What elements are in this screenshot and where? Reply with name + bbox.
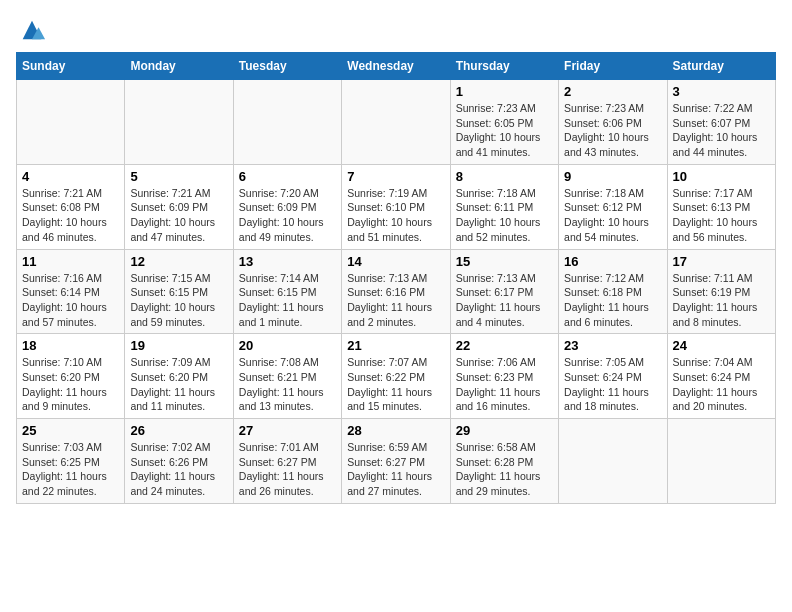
day-info: Sunrise: 7:03 AM Sunset: 6:25 PM Dayligh… <box>22 441 107 497</box>
calendar-cell <box>17 80 125 165</box>
day-header-monday: Monday <box>125 53 233 80</box>
day-header-friday: Friday <box>559 53 667 80</box>
day-number: 20 <box>239 338 336 353</box>
day-number: 10 <box>673 169 770 184</box>
day-number: 18 <box>22 338 119 353</box>
day-info: Sunrise: 7:14 AM Sunset: 6:15 PM Dayligh… <box>239 272 324 328</box>
calendar-cell: 5 Sunrise: 7:21 AM Sunset: 6:09 PM Dayli… <box>125 164 233 249</box>
day-info: Sunrise: 7:10 AM Sunset: 6:20 PM Dayligh… <box>22 356 107 412</box>
day-header-saturday: Saturday <box>667 53 775 80</box>
calendar-cell: 1 Sunrise: 7:23 AM Sunset: 6:05 PM Dayli… <box>450 80 558 165</box>
calendar-week-row: 25 Sunrise: 7:03 AM Sunset: 6:25 PM Dayl… <box>17 419 776 504</box>
calendar-cell: 22 Sunrise: 7:06 AM Sunset: 6:23 PM Dayl… <box>450 334 558 419</box>
calendar-cell: 27 Sunrise: 7:01 AM Sunset: 6:27 PM Dayl… <box>233 419 341 504</box>
day-number: 9 <box>564 169 661 184</box>
day-info: Sunrise: 7:16 AM Sunset: 6:14 PM Dayligh… <box>22 272 107 328</box>
day-info: Sunrise: 7:09 AM Sunset: 6:20 PM Dayligh… <box>130 356 215 412</box>
day-number: 2 <box>564 84 661 99</box>
day-info: Sunrise: 7:05 AM Sunset: 6:24 PM Dayligh… <box>564 356 649 412</box>
day-number: 17 <box>673 254 770 269</box>
day-info: Sunrise: 7:19 AM Sunset: 6:10 PM Dayligh… <box>347 187 432 243</box>
day-header-wednesday: Wednesday <box>342 53 450 80</box>
day-number: 28 <box>347 423 444 438</box>
day-info: Sunrise: 7:13 AM Sunset: 6:17 PM Dayligh… <box>456 272 541 328</box>
calendar-cell: 3 Sunrise: 7:22 AM Sunset: 6:07 PM Dayli… <box>667 80 775 165</box>
calendar-table: SundayMondayTuesdayWednesdayThursdayFrid… <box>16 52 776 504</box>
day-info: Sunrise: 7:13 AM Sunset: 6:16 PM Dayligh… <box>347 272 432 328</box>
day-info: Sunrise: 7:20 AM Sunset: 6:09 PM Dayligh… <box>239 187 324 243</box>
day-number: 1 <box>456 84 553 99</box>
day-number: 3 <box>673 84 770 99</box>
calendar-cell: 2 Sunrise: 7:23 AM Sunset: 6:06 PM Dayli… <box>559 80 667 165</box>
calendar-cell: 25 Sunrise: 7:03 AM Sunset: 6:25 PM Dayl… <box>17 419 125 504</box>
day-info: Sunrise: 7:06 AM Sunset: 6:23 PM Dayligh… <box>456 356 541 412</box>
day-number: 8 <box>456 169 553 184</box>
calendar-week-row: 18 Sunrise: 7:10 AM Sunset: 6:20 PM Dayl… <box>17 334 776 419</box>
day-number: 13 <box>239 254 336 269</box>
calendar-cell <box>667 419 775 504</box>
calendar-cell: 13 Sunrise: 7:14 AM Sunset: 6:15 PM Dayl… <box>233 249 341 334</box>
day-info: Sunrise: 7:02 AM Sunset: 6:26 PM Dayligh… <box>130 441 215 497</box>
logo-icon <box>18 16 46 44</box>
day-info: Sunrise: 7:17 AM Sunset: 6:13 PM Dayligh… <box>673 187 758 243</box>
calendar-cell: 18 Sunrise: 7:10 AM Sunset: 6:20 PM Dayl… <box>17 334 125 419</box>
day-info: Sunrise: 7:18 AM Sunset: 6:12 PM Dayligh… <box>564 187 649 243</box>
day-number: 19 <box>130 338 227 353</box>
day-header-tuesday: Tuesday <box>233 53 341 80</box>
day-info: Sunrise: 7:07 AM Sunset: 6:22 PM Dayligh… <box>347 356 432 412</box>
day-number: 21 <box>347 338 444 353</box>
calendar-cell: 10 Sunrise: 7:17 AM Sunset: 6:13 PM Dayl… <box>667 164 775 249</box>
day-number: 27 <box>239 423 336 438</box>
calendar-cell: 24 Sunrise: 7:04 AM Sunset: 6:24 PM Dayl… <box>667 334 775 419</box>
calendar-cell: 20 Sunrise: 7:08 AM Sunset: 6:21 PM Dayl… <box>233 334 341 419</box>
day-number: 7 <box>347 169 444 184</box>
day-info: Sunrise: 7:21 AM Sunset: 6:09 PM Dayligh… <box>130 187 215 243</box>
day-info: Sunrise: 7:12 AM Sunset: 6:18 PM Dayligh… <box>564 272 649 328</box>
calendar-week-row: 1 Sunrise: 7:23 AM Sunset: 6:05 PM Dayli… <box>17 80 776 165</box>
logo <box>16 16 46 44</box>
calendar-cell: 9 Sunrise: 7:18 AM Sunset: 6:12 PM Dayli… <box>559 164 667 249</box>
day-number: 16 <box>564 254 661 269</box>
day-number: 12 <box>130 254 227 269</box>
calendar-cell: 28 Sunrise: 6:59 AM Sunset: 6:27 PM Dayl… <box>342 419 450 504</box>
day-info: Sunrise: 7:15 AM Sunset: 6:15 PM Dayligh… <box>130 272 215 328</box>
day-info: Sunrise: 7:11 AM Sunset: 6:19 PM Dayligh… <box>673 272 758 328</box>
calendar-cell: 15 Sunrise: 7:13 AM Sunset: 6:17 PM Dayl… <box>450 249 558 334</box>
calendar-cell: 19 Sunrise: 7:09 AM Sunset: 6:20 PM Dayl… <box>125 334 233 419</box>
day-number: 23 <box>564 338 661 353</box>
day-number: 6 <box>239 169 336 184</box>
day-info: Sunrise: 6:58 AM Sunset: 6:28 PM Dayligh… <box>456 441 541 497</box>
calendar-cell <box>125 80 233 165</box>
day-number: 26 <box>130 423 227 438</box>
day-number: 25 <box>22 423 119 438</box>
calendar-cell: 7 Sunrise: 7:19 AM Sunset: 6:10 PM Dayli… <box>342 164 450 249</box>
day-info: Sunrise: 7:23 AM Sunset: 6:06 PM Dayligh… <box>564 102 649 158</box>
calendar-header-row: SundayMondayTuesdayWednesdayThursdayFrid… <box>17 53 776 80</box>
calendar-cell: 29 Sunrise: 6:58 AM Sunset: 6:28 PM Dayl… <box>450 419 558 504</box>
calendar-week-row: 4 Sunrise: 7:21 AM Sunset: 6:08 PM Dayli… <box>17 164 776 249</box>
day-info: Sunrise: 7:21 AM Sunset: 6:08 PM Dayligh… <box>22 187 107 243</box>
calendar-cell: 21 Sunrise: 7:07 AM Sunset: 6:22 PM Dayl… <box>342 334 450 419</box>
calendar-cell: 23 Sunrise: 7:05 AM Sunset: 6:24 PM Dayl… <box>559 334 667 419</box>
day-info: Sunrise: 7:22 AM Sunset: 6:07 PM Dayligh… <box>673 102 758 158</box>
calendar-cell: 16 Sunrise: 7:12 AM Sunset: 6:18 PM Dayl… <box>559 249 667 334</box>
calendar-cell: 11 Sunrise: 7:16 AM Sunset: 6:14 PM Dayl… <box>17 249 125 334</box>
day-info: Sunrise: 7:18 AM Sunset: 6:11 PM Dayligh… <box>456 187 541 243</box>
day-info: Sunrise: 6:59 AM Sunset: 6:27 PM Dayligh… <box>347 441 432 497</box>
calendar-cell: 14 Sunrise: 7:13 AM Sunset: 6:16 PM Dayl… <box>342 249 450 334</box>
day-number: 22 <box>456 338 553 353</box>
day-number: 14 <box>347 254 444 269</box>
day-info: Sunrise: 7:23 AM Sunset: 6:05 PM Dayligh… <box>456 102 541 158</box>
day-number: 11 <box>22 254 119 269</box>
calendar-cell: 4 Sunrise: 7:21 AM Sunset: 6:08 PM Dayli… <box>17 164 125 249</box>
day-number: 15 <box>456 254 553 269</box>
calendar-cell <box>233 80 341 165</box>
calendar-week-row: 11 Sunrise: 7:16 AM Sunset: 6:14 PM Dayl… <box>17 249 776 334</box>
calendar-cell: 6 Sunrise: 7:20 AM Sunset: 6:09 PM Dayli… <box>233 164 341 249</box>
day-header-thursday: Thursday <box>450 53 558 80</box>
day-number: 5 <box>130 169 227 184</box>
calendar-cell <box>342 80 450 165</box>
calendar-cell: 17 Sunrise: 7:11 AM Sunset: 6:19 PM Dayl… <box>667 249 775 334</box>
day-header-sunday: Sunday <box>17 53 125 80</box>
day-number: 4 <box>22 169 119 184</box>
